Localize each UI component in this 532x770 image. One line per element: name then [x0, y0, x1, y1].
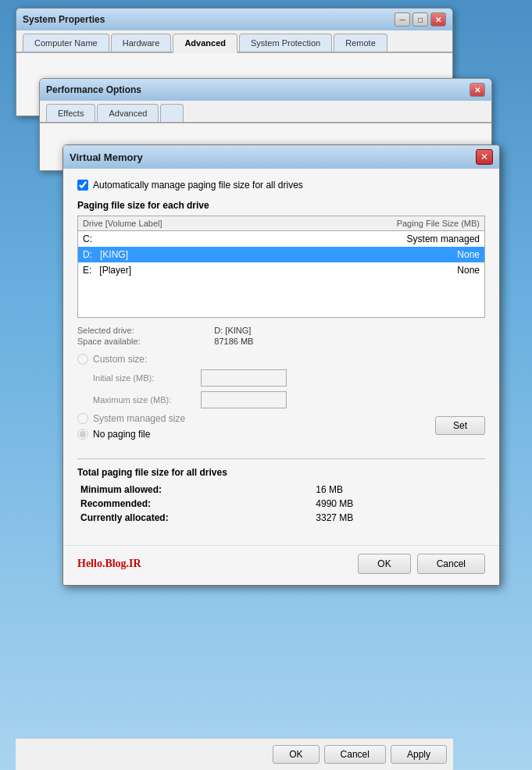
maximum-size-label: Maximum size (MB):	[93, 395, 195, 405]
sys-ok-button[interactable]: OK	[273, 745, 319, 764]
performance-options-tabs: Effects Advanced	[40, 101, 491, 123]
maximum-size-row: Maximum size (MB):	[93, 391, 287, 408]
selected-drive-label: Selected drive:	[77, 326, 198, 335]
vm-footer-buttons: OK Cancel	[358, 554, 485, 574]
section-divider	[77, 458, 485, 459]
tab-hardware[interactable]: Hardware	[111, 34, 172, 52]
recommended-value: 4990 MB	[316, 498, 485, 509]
tab-advanced[interactable]: Advanced	[173, 34, 237, 53]
paging-section-title: Paging file size for each drive	[77, 200, 485, 211]
system-managed-radio[interactable]	[77, 413, 88, 424]
auto-manage-row: Automatically manage paging file size fo…	[77, 180, 485, 191]
performance-options-title: Performance Options	[46, 84, 141, 95]
no-paging-row: No paging file	[77, 429, 287, 440]
perf-close-button[interactable]: ✕	[470, 83, 485, 97]
vm-ok-button[interactable]: OK	[358, 554, 410, 574]
tab-system-protection[interactable]: System Protection	[239, 34, 332, 52]
min-allowed-value: 16 MB	[316, 484, 485, 495]
drive-e-label: E: [Player]	[83, 265, 281, 276]
perf-tab-advanced[interactable]: Advanced	[97, 104, 159, 122]
initial-size-input[interactable]	[201, 369, 287, 387]
space-available-value: 87186 MB	[214, 337, 312, 346]
drive-row-c[interactable]: C: System managed	[78, 231, 484, 247]
space-available-label: Space available:	[77, 337, 198, 346]
custom-size-radio[interactable]	[77, 354, 88, 365]
currently-allocated-label: Currently allocated:	[80, 512, 300, 523]
drive-table: Drive [Volume Label] Paging File Size (M…	[77, 216, 485, 318]
drive-table-header: Drive [Volume Label] Paging File Size (M…	[78, 216, 484, 231]
custom-size-label: Custom size:	[93, 354, 147, 365]
initial-size-row: Initial size (MB):	[93, 369, 287, 387]
vm-cancel-button[interactable]: Cancel	[417, 554, 485, 574]
currently-allocated-value: 3327 MB	[316, 512, 485, 523]
radio-set-container: Custom size: Initial size (MB): Maximum …	[77, 354, 485, 451]
no-paging-radio[interactable]	[77, 429, 88, 440]
auto-manage-label: Automatically manage paging file size fo…	[93, 180, 303, 191]
custom-size-row: Custom size:	[77, 354, 287, 365]
system-properties-titlebar: System Properties ─ □ ✕	[16, 9, 452, 30]
drive-c-label: C:	[83, 233, 281, 244]
vm-close-button[interactable]: ✕	[476, 149, 493, 165]
no-paging-label: No paging file	[93, 429, 150, 440]
virtual-memory-title: Virtual Memory	[70, 152, 143, 163]
system-properties-tabs: Computer Name Hardware Advanced System P…	[16, 30, 452, 53]
virtual-memory-body: Automatically manage paging file size fo…	[63, 169, 499, 545]
recommended-label: Recommended:	[80, 498, 300, 509]
total-section-title: Total paging file size for all drives	[77, 467, 485, 478]
perf-tab-effects[interactable]: Effects	[46, 104, 95, 122]
drive-e-paging: None	[281, 265, 480, 276]
maximize-button[interactable]: □	[412, 12, 428, 27]
drive-c-paging: System managed	[281, 233, 480, 244]
system-managed-row: System managed size	[77, 413, 287, 424]
close-button[interactable]: ✕	[430, 12, 446, 27]
maximum-size-input[interactable]	[201, 391, 287, 408]
virtual-memory-titlebar: Virtual Memory ✕	[63, 145, 499, 169]
system-managed-label: System managed size	[93, 413, 185, 424]
system-properties-footer: OK Cancel Apply	[16, 738, 453, 770]
perf-window-controls: ✕	[470, 83, 485, 97]
system-properties-title: System Properties	[23, 14, 105, 25]
total-paging-info: Minimum allowed: 16 MB Recommended: 4990…	[80, 484, 485, 523]
col-drive-header: Drive [Volume Label]	[83, 219, 281, 228]
col-paging-header: Paging File Size (MB)	[281, 219, 480, 228]
sys-cancel-button[interactable]: Cancel	[324, 745, 386, 764]
drive-row-e[interactable]: E: [Player] None	[78, 262, 484, 278]
selected-drive-info: Selected drive: D: [KING] Space availabl…	[77, 326, 312, 346]
set-button-container: Set	[435, 416, 485, 435]
drive-d-paging: None	[281, 249, 480, 260]
selected-drive-value: D: [KING]	[214, 326, 312, 335]
minimize-button[interactable]: ─	[395, 12, 410, 27]
sys-apply-button[interactable]: Apply	[391, 745, 447, 764]
virtual-memory-footer: Hello.Blog.IR OK Cancel	[63, 545, 499, 585]
window-controls: ─ □ ✕	[395, 12, 446, 27]
drive-d-label: D: [KING]	[83, 249, 281, 260]
drive-table-empty	[78, 278, 484, 317]
tab-computer-name[interactable]: Computer Name	[23, 34, 109, 52]
min-allowed-label: Minimum allowed:	[80, 484, 300, 495]
radio-options: Custom size: Initial size (MB): Maximum …	[77, 354, 287, 444]
auto-manage-checkbox[interactable]	[77, 180, 88, 191]
tab-remote[interactable]: Remote	[334, 34, 387, 52]
watermark: Hello.Blog.IR	[77, 558, 141, 570]
performance-options-titlebar: Performance Options ✕	[40, 79, 491, 101]
set-button[interactable]: Set	[435, 416, 485, 435]
virtual-memory-dialog: Virtual Memory ✕ Automatically manage pa…	[62, 144, 500, 586]
perf-tab-3[interactable]	[160, 104, 184, 122]
drive-row-d[interactable]: D: [KING] None	[78, 247, 484, 262]
initial-size-label: Initial size (MB):	[93, 373, 195, 383]
